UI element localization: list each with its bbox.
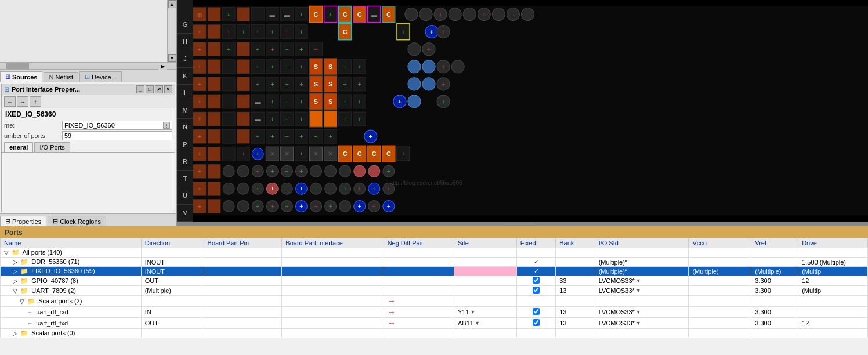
table-row-selected[interactable]: ▷ 📁 FIXED_IO_56360 (59) INOUT ✓ (Multipl…: [1, 267, 868, 276]
field-value-name[interactable]: FIXED_IO_56360 ⋮: [62, 121, 172, 130]
scrollbar-h[interactable]: ▶: [0, 62, 176, 69]
svg-text:+: +: [198, 46, 201, 53]
up-button[interactable]: ↑: [30, 96, 41, 107]
forward-button[interactable]: →: [17, 96, 28, 107]
expand-icon[interactable]: ▽: [20, 298, 26, 305]
table-row[interactable]: → uart_rtl_rxd IN → Y11 ▼: [1, 307, 868, 318]
svg-text:+: +: [299, 115, 303, 122]
tab-device[interactable]: ⊡ Device ..: [79, 71, 122, 82]
svg-text:+: +: [285, 28, 288, 35]
tab-general[interactable]: eneral: [4, 142, 33, 152]
svg-text:+: +: [198, 150, 201, 157]
svg-text:+: +: [270, 98, 274, 105]
table-row[interactable]: ▽ 📁 All ports (140): [1, 248, 868, 258]
svg-text:+: +: [256, 28, 259, 35]
svg-point-227: [237, 165, 249, 177]
tab-netlist[interactable]: N Netlist: [44, 72, 78, 82]
detach-button[interactable]: ↗: [155, 85, 163, 93]
svg-rect-160: [222, 112, 235, 126]
svg-point-31: [463, 8, 476, 21]
dropdown-arrow[interactable]: ▼: [636, 278, 641, 284]
svg-rect-6: [237, 8, 249, 21]
field-scroll-btn[interactable]: ⋮: [163, 122, 170, 129]
table-row[interactable]: ▷ 📁 Scalar ports (0): [1, 329, 868, 338]
row-label-t: T: [177, 171, 193, 188]
scrollbar-h-thumb[interactable]: [6, 63, 29, 69]
col-iostd: I/O Std: [595, 238, 689, 248]
table-row[interactable]: ← uart_rtl_txd OUT → AB11 ▼: [1, 318, 868, 329]
svg-rect-225: [208, 164, 220, 178]
svg-text:✕: ✕: [313, 150, 319, 157]
site-dropdown-arrow[interactable]: ▼: [471, 309, 476, 315]
svg-text:+: +: [299, 81, 303, 88]
separator-handle[interactable]: ·········: [177, 222, 868, 226]
svg-text:+: +: [402, 28, 405, 35]
checkbox-fixed[interactable]: [533, 277, 540, 284]
table-row[interactable]: ▷ 📁 GPIO_40787 (8) OUT 33 LVCMOS33*: [1, 276, 868, 286]
svg-text:C: C: [343, 11, 348, 18]
property-panel: ⊡ Port Interface Proper... _ □ ↗ × ← → ↑…: [1, 84, 175, 212]
scroll-right-btn[interactable]: ▶: [158, 63, 167, 70]
svg-text:C: C: [386, 11, 391, 18]
ports-table-container[interactable]: Name Direction Board Part Pin Board Part…: [0, 238, 868, 352]
dropdown-arrow3[interactable]: ▼: [636, 309, 641, 315]
svg-text:+: +: [387, 168, 390, 175]
row-label-m: M: [177, 102, 193, 119]
dropdown-arrow4[interactable]: ▼: [636, 320, 641, 326]
expand-icon[interactable]: ▽: [13, 288, 19, 294]
prop-field-ports: umber of ports: 59: [2, 131, 175, 141]
cell-direction: INOUT: [141, 267, 204, 276]
expand-icon[interactable]: ▷: [13, 268, 19, 274]
svg-rect-66: [237, 42, 249, 56]
scrollbar-v[interactable]: ▲ ▼: [167, 0, 176, 62]
svg-point-34: [492, 8, 505, 21]
scroll-down-btn[interactable]: ▼: [168, 54, 176, 62]
svg-text:▬: ▬: [371, 12, 377, 18]
ports-panel-title: Ports: [0, 227, 868, 238]
device-canvas-bg[interactable]: ▥ + ▬ ▬ +: [193, 0, 868, 222]
table-row[interactable]: ▽ 📁 Scalar ports (2) →: [1, 296, 868, 307]
cell-name: ▽ 📁 Scalar ports (2): [1, 296, 142, 307]
table-row[interactable]: ▽ 📁 UART_7809 (2) (Multiple) 13 LVCMOS33…: [1, 286, 868, 296]
dropdown-arrow2[interactable]: ▼: [636, 288, 641, 294]
col-bpi: Board Part Interface: [282, 238, 384, 248]
svg-text:+: +: [285, 168, 288, 175]
back-button[interactable]: ←: [4, 96, 16, 107]
maximize-button[interactable]: □: [146, 85, 154, 93]
site-dropdown-arrow2[interactable]: ▼: [475, 320, 480, 326]
scroll-up-btn[interactable]: ▲: [168, 0, 176, 8]
close-button[interactable]: ×: [164, 85, 172, 93]
checkbox-fixed3[interactable]: [533, 308, 540, 315]
tab-clock-regions[interactable]: ⊟ Clock Regions: [48, 216, 106, 226]
expand-icon[interactable]: ▷: [13, 278, 19, 284]
expand-icon[interactable]: ▷: [13, 330, 19, 336]
expand-icon[interactable]: ▷: [13, 259, 19, 265]
col-bpp: Board Part Pin: [204, 238, 282, 248]
tab-io-ports[interactable]: I/O Ports: [34, 142, 70, 152]
svg-rect-82: [208, 60, 220, 74]
checkbox-fixed4[interactable]: [533, 319, 540, 326]
tab-properties[interactable]: ⊞ Properties: [0, 216, 46, 226]
svg-rect-83: [222, 60, 235, 74]
cell-name: ▷ 📁 DDR_56360 (71): [1, 258, 142, 267]
expand-icon[interactable]: ▽: [4, 249, 10, 256]
tab-sources[interactable]: ⊞ Sources: [0, 71, 42, 82]
svg-point-127: [408, 78, 421, 90]
ports-table: Name Direction Board Part Pin Board Part…: [0, 238, 868, 338]
svg-text:✕: ✕: [270, 150, 275, 157]
svg-rect-134: [222, 95, 235, 108]
checkbox-fixed2[interactable]: [533, 287, 540, 294]
svg-rect-180: [237, 129, 249, 143]
svg-text:+: +: [439, 11, 442, 18]
svg-text:C: C: [314, 11, 319, 18]
svg-text:+: +: [270, 28, 274, 35]
svg-text:+: +: [256, 202, 259, 209]
arrow-cell: →: [384, 296, 454, 307]
svg-text:C: C: [343, 150, 348, 157]
svg-text:+: +: [369, 133, 372, 140]
table-row[interactable]: ▷ 📁 DDR_56360 (71) INOUT ✓ (Multiple)* 1…: [1, 258, 868, 267]
minimize-button[interactable]: _: [136, 85, 144, 93]
svg-rect-109: [222, 77, 235, 91]
svg-text:S: S: [314, 63, 318, 70]
col-direction: Direction: [141, 238, 204, 248]
